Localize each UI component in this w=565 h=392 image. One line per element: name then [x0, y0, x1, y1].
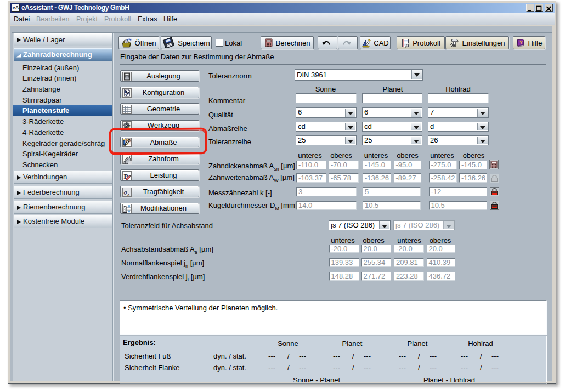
svg-text:x: x	[127, 191, 130, 197]
svg-text:?: ?	[520, 39, 523, 45]
